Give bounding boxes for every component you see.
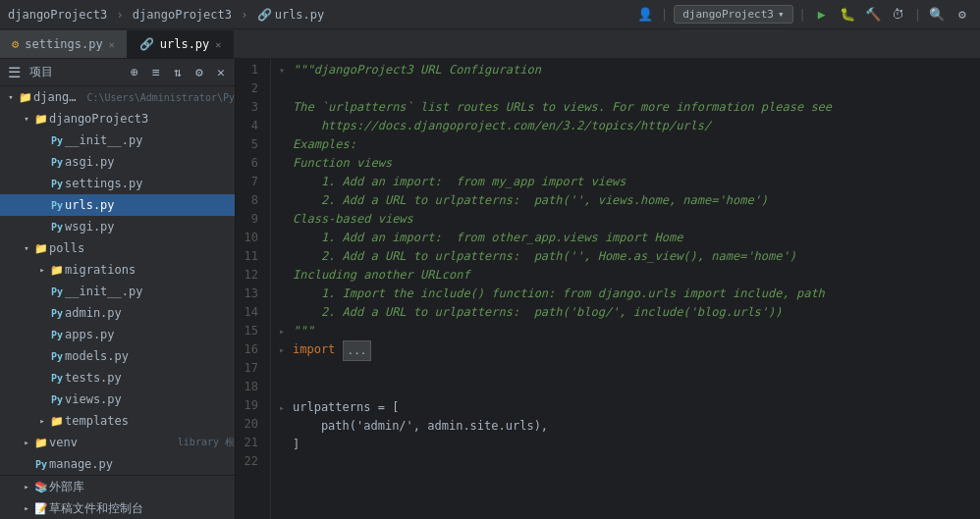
build-button[interactable]: 🔨 [863,5,883,25]
code-line-13[interactable]: 1. Import the include() function: from d… [271,285,980,303]
code-line-20[interactable]: path('admin/', admin.site.urls), [271,417,980,436]
user-icon[interactable]: 👤 [635,5,655,25]
line-num-17: 17 [236,359,264,378]
tree-arrow-polls[interactable]: ▾ [20,243,33,253]
debug-button[interactable]: 🐛 [838,5,857,25]
code-token-comment: Including another URLconf [293,266,470,285]
tab-bar: ⚙ settings.py ✕ 🔗 urls.py ✕ [0,29,980,59]
code-line-5[interactable]: Examples: [271,135,980,154]
add-icon[interactable]: ⊕ [125,63,144,82]
sidebar-item-pkg[interactable]: ▾📁djangoProject3 [0,108,235,130]
sidebar-item-asgi[interactable]: Pyasgi.py [0,151,235,173]
code-line-19[interactable]: ▸urlpatterns = [ [271,398,980,417]
sidebar-item-templates[interactable]: ▸📁templates [0,410,235,432]
content-area: ⚙ settings.py ✕ 🔗 urls.py ✕ ☰ 项目 ⊕ ≡ ⇅ ⚙… [0,29,980,519]
tree-icon-py-file: Py [33,459,49,470]
gear-icon[interactable]: ⚙ [190,63,209,82]
sidebar-item-views[interactable]: Pyviews.py [0,389,235,410]
urls-close-btn[interactable]: ✕ [215,39,221,50]
sidebar-item-init[interactable]: Py__init__.py [0,130,235,151]
fold-marker-13 [279,285,293,303]
code-line-10[interactable]: 1. Add an import: from other_app.views i… [271,229,980,247]
code-line-16[interactable]: ▸import ... [271,340,980,361]
list-icon[interactable]: ≡ [146,63,166,82]
sidebar-item-settings[interactable]: Pysettings.py [0,173,235,194]
sidebar-item-root[interactable]: ▾📁djangoProject3C:\Users\Administrator\P… [0,86,235,108]
arrow-scratch[interactable]: ▸ [20,503,33,513]
close-icon[interactable]: ✕ [211,63,231,82]
fold-ellipsis[interactable]: ... [343,340,372,361]
fold-marker-19[interactable]: ▸ [279,398,293,417]
sidebar-item-models[interactable]: Pymodels.py [0,345,235,367]
tree-arrow-templates[interactable]: ▸ [35,416,49,426]
code-line-17[interactable] [271,361,980,380]
sidebar-menu-icon[interactable]: ☰ [4,63,24,82]
tree-icon-folder: 📁 [49,415,65,428]
sidebar-item-polls[interactable]: ▾📁polls [0,237,235,259]
sidebar-item-tests[interactable]: Pytests.py [0,367,235,389]
arrow-external-libs[interactable]: ▸ [20,482,33,492]
sidebar-item-polls-init[interactable]: Py__init__.py [0,281,235,302]
fold-marker-10 [279,229,293,247]
sidebar-item-apps[interactable]: Pyapps.py [0,324,235,345]
fold-marker-15[interactable]: ▸ [279,322,293,340]
title-bar: djangoProject3 › djangoProject3 › 🔗 urls… [0,0,980,29]
sort-icon[interactable]: ⇅ [168,63,188,82]
code-line-22[interactable] [271,454,980,473]
tree-arrow-root[interactable]: ▾ [4,92,18,102]
code-line-2[interactable] [271,79,980,98]
code-line-7[interactable]: 1. Add an import: from my_app import vie… [271,173,980,191]
code-line-1[interactable]: ▾"""djangoProject3 URL Configuration [271,61,980,79]
sidebar-section-external-libs[interactable]: ▸ 📚 外部库 [0,476,235,497]
code-line-11[interactable]: 2. Add a URL to urlpatterns: path('', Ho… [271,247,980,266]
fold-marker-2 [279,79,293,98]
line-num-10: 10 [236,229,264,247]
code-line-12[interactable]: Including another URLconf [271,266,980,285]
sidebar-toolbar: ☰ 项目 ⊕ ≡ ⇅ ⚙ ✕ [0,59,235,86]
title-bar-right: 👤 | djangoProject3 ▾ | ▶ 🐛 🔨 ⏱ | 🔍 ⚙ [635,5,972,25]
tree-arrow-venv[interactable]: ▸ [20,438,33,447]
tab-settings[interactable]: ⚙ settings.py ✕ [0,30,128,58]
sidebar-item-venv[interactable]: ▸📁venvlibrary 根 [0,432,235,453]
code-line-9[interactable]: Class-based views [271,210,980,229]
tree-icon-py-file: Py [49,330,65,340]
code-token-plain: ] [293,436,299,454]
tree-icon-project: 📁 [18,91,33,104]
sidebar-item-wsgi[interactable]: Pywsgi.py [0,216,235,237]
code-line-6[interactable]: Function views [271,154,980,173]
line-num-6: 6 [236,154,264,173]
line-num-19: 19 [236,396,264,415]
code-line-8[interactable]: 2. Add a URL to urlpatterns: path('', vi… [271,191,980,210]
db-selector[interactable]: djangoProject3 ▾ [674,5,792,24]
tree-arrow-migrations[interactable]: ▸ [35,265,49,275]
sidebar-item-admin[interactable]: Pyadmin.py [0,302,235,324]
line-num-16: 16 [236,340,264,359]
code-line-18[interactable] [271,380,980,398]
code-line-15[interactable]: ▸""" [271,322,980,340]
sidebar-item-migrations[interactable]: ▸📁migrations [0,259,235,281]
tab-urls[interactable]: 🔗 urls.py ✕ [128,30,235,58]
line-num-9: 9 [236,210,264,229]
tree-label-venv: venv [49,436,174,449]
run-button[interactable]: ▶ [812,5,832,25]
tree-label-settings: settings.py [65,177,235,190]
code-line-14[interactable]: 2. Add a URL to urlpatterns: path('blog/… [271,303,980,322]
tree-label-root: djangoProject3 [33,90,82,104]
settings-button[interactable]: ⚙ [953,5,972,25]
profile-button[interactable]: ⏱ [889,5,908,25]
sidebar-item-urls[interactable]: Pyurls.py [0,194,235,216]
fold-marker-16[interactable]: ▸ [279,340,293,359]
code-line-4[interactable]: https://docs.djangoproject.com/en/3.2/to… [271,117,980,135]
fold-marker-1[interactable]: ▾ [279,61,293,79]
code-line-3[interactable]: The `urlpatterns` list routes URLs to vi… [271,98,980,117]
file-icon: 🔗 [257,8,272,22]
search-button[interactable]: 🔍 [927,5,947,25]
code-lines[interactable]: ▾"""djangoProject3 URL Configuration The… [271,59,980,519]
sidebar-item-manage[interactable]: Pymanage.py [0,453,235,475]
fold-marker-4 [279,117,293,135]
code-line-21[interactable]: ] [271,436,980,454]
fold-marker-22 [279,454,293,473]
settings-close-btn[interactable]: ✕ [109,39,115,50]
sidebar-section-scratch[interactable]: ▸ 📝 草稿文件和控制台 [0,497,235,519]
tree-arrow-pkg[interactable]: ▾ [20,114,33,124]
